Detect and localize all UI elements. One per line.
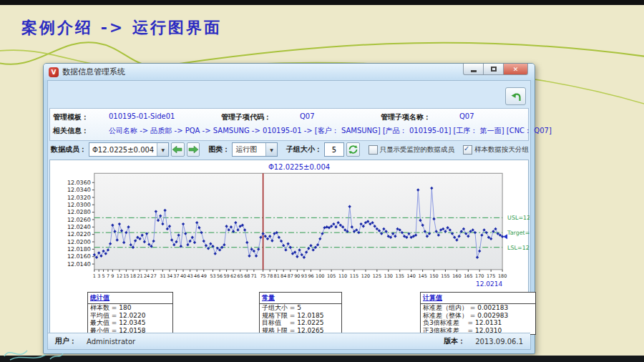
checkbox-group-by-day[interactable]: 样本数据按天分组 xyxy=(463,145,529,155)
chevron-down-icon: ▼ xyxy=(265,143,277,156)
const-row: 规格下限 = 12.0185 xyxy=(260,312,341,320)
return-button[interactable] xyxy=(505,87,526,105)
run-chart[interactable]: 12.036012.034012.032012.030012.028012.02… xyxy=(50,169,530,290)
svg-text:24: 24 xyxy=(144,273,150,279)
svg-text:12.0320: 12.0320 xyxy=(67,195,91,201)
svg-text:155: 155 xyxy=(441,273,449,279)
svg-text:3: 3 xyxy=(97,273,100,279)
stat-row: 样本数 = 180 xyxy=(88,304,172,312)
svg-text:90: 90 xyxy=(294,273,300,279)
statistics-box: 统计值 样本数 = 180 平均值 = 12.0220 最大值 = 12.034… xyxy=(87,292,173,335)
template-value: 010195-01-Side01 xyxy=(109,112,175,120)
related-value: 公司名称 -> 品质部 -> PQA -> SAMSUNG -> 010195-… xyxy=(109,126,552,136)
chart-type-label: 图类： xyxy=(208,145,230,155)
close-icon: ✕ xyxy=(513,66,519,73)
svg-text:120: 120 xyxy=(361,273,370,279)
info-panel: 管理模板： 010195-01-Side01 管理子项代码： Q07 管理子项名… xyxy=(49,108,529,141)
svg-text:110: 110 xyxy=(338,273,347,279)
svg-text:84: 84 xyxy=(280,273,286,279)
calc-row: 负3倍标准差 = 12.0131 xyxy=(421,319,535,327)
subitem-code-label: 管理子项代码： xyxy=(221,112,271,122)
svg-text:7: 7 xyxy=(107,273,109,279)
svg-text:145: 145 xyxy=(418,273,426,279)
subgroup-size-label: 子组大小： xyxy=(286,145,322,155)
chart-panel: Φ12.0225±0.004 12.036012.034012.032012.0… xyxy=(49,160,529,335)
subitem-name-label: 管理子项名称： xyxy=(381,112,431,122)
svg-text:68: 68 xyxy=(244,273,250,279)
svg-text:93: 93 xyxy=(301,273,307,279)
data-member-value: Φ12.0225±0.004 xyxy=(89,146,157,154)
slide-title: 案例介绍 -> 运行图界面 xyxy=(21,17,222,39)
subgroup-size-input[interactable] xyxy=(324,142,344,157)
chart-title: Φ12.0225±0.004 xyxy=(94,163,504,171)
svg-text:56: 56 xyxy=(217,273,223,279)
svg-text:150: 150 xyxy=(429,273,438,279)
svg-text:9: 9 xyxy=(111,273,114,279)
chevron-down-icon: ▼ xyxy=(157,143,168,156)
svg-text:59: 59 xyxy=(223,273,229,279)
svg-text:12.0340: 12.0340 xyxy=(67,187,91,193)
arrow-left-icon xyxy=(172,146,182,153)
stat-row: 平均值 = 12.0220 xyxy=(88,312,172,320)
minimize-button[interactable] xyxy=(463,64,484,75)
data-member-label: 数据成员： xyxy=(51,145,87,155)
window-controls: ✕ xyxy=(464,64,528,75)
svg-text:125: 125 xyxy=(373,273,381,279)
calculated-box: 计算值 标准差（组内） = 0.002183 标准差（整体） = 0.00298… xyxy=(420,292,536,335)
app-icon: V xyxy=(49,67,59,77)
subitem-code-value: Q07 xyxy=(300,112,315,120)
svg-text:100: 100 xyxy=(316,273,324,279)
corner-decoration xyxy=(0,341,64,362)
window-titlebar: V 数据信息管理系统 xyxy=(44,64,535,80)
svg-text:43: 43 xyxy=(187,273,192,279)
close-button[interactable]: ✕ xyxy=(503,64,528,75)
svg-text:71: 71 xyxy=(251,273,257,279)
svg-text:12.0200: 12.0200 xyxy=(67,239,91,245)
arrow-right-icon xyxy=(188,146,198,153)
user-value: Administrator xyxy=(87,338,135,346)
svg-text:12.0260: 12.0260 xyxy=(67,217,91,223)
svg-text:27: 27 xyxy=(151,273,157,279)
svg-text:53: 53 xyxy=(210,273,215,279)
refresh-button[interactable] xyxy=(346,142,360,157)
status-bar: 用户： Administrator 版本： 2013.09.06.1 xyxy=(48,333,530,349)
svg-text:175: 175 xyxy=(487,273,495,279)
calc-row: 标准差（组内） = 0.002183 xyxy=(421,304,535,312)
maximize-button[interactable] xyxy=(483,64,504,75)
subitem-name-value: Q07 xyxy=(459,112,474,120)
svg-text:135: 135 xyxy=(396,273,404,279)
constants-box: 常量 子组大小 = 5 规格下限 = 12.0185 目标值 = 12.0225… xyxy=(259,292,342,335)
svg-text:12.0280: 12.0280 xyxy=(67,209,91,215)
previous-member-button[interactable] xyxy=(171,142,185,157)
svg-text:40: 40 xyxy=(180,273,186,279)
minimize-icon xyxy=(471,70,477,72)
template-label: 管理模板： xyxy=(53,112,89,122)
svg-text:12.0220: 12.0220 xyxy=(67,231,91,238)
chart-type-dropdown[interactable]: 运行图 ▼ xyxy=(232,142,278,157)
svg-text:130: 130 xyxy=(384,273,393,279)
checkbox-monitored-only[interactable]: 只显示受监控的数据成员 xyxy=(369,145,455,155)
statistics-box-header: 统计值 xyxy=(88,293,172,304)
svg-text:78: 78 xyxy=(267,273,273,279)
svg-text:160: 160 xyxy=(452,273,461,279)
svg-text:37: 37 xyxy=(173,273,179,279)
app-window: V 数据信息管理系统 ✕ 管理模板： 010195-01-Side01 管理子项… xyxy=(43,63,535,354)
chart-type-value: 运行图 xyxy=(233,145,265,155)
svg-text:LSL=12.0185: LSL=12.0185 xyxy=(507,245,530,251)
calculated-box-header: 计算值 xyxy=(421,293,535,304)
checkbox-groupbyday-label: 样本数据按天分组 xyxy=(474,145,529,155)
toolbar: 数据成员： Φ12.0225±0.004 ▼ 图类： 运行 xyxy=(49,141,529,158)
svg-text:105: 105 xyxy=(327,273,336,279)
data-member-dropdown[interactable]: Φ12.0225±0.004 ▼ xyxy=(89,142,169,157)
related-label: 相关信息： xyxy=(53,126,89,136)
svg-text:15: 15 xyxy=(123,273,129,279)
checkbox-icon xyxy=(369,145,378,155)
version-value: 2013.09.06.1 xyxy=(475,338,523,346)
svg-text:12.0300: 12.0300 xyxy=(67,202,91,208)
svg-text:12.0214: 12.0214 xyxy=(476,280,502,288)
svg-text:21: 21 xyxy=(137,273,142,279)
letterbox-bottom xyxy=(0,356,644,362)
constants-box-header: 常量 xyxy=(260,293,341,304)
undo-arrow-icon xyxy=(510,92,522,102)
next-member-button[interactable] xyxy=(187,142,200,157)
